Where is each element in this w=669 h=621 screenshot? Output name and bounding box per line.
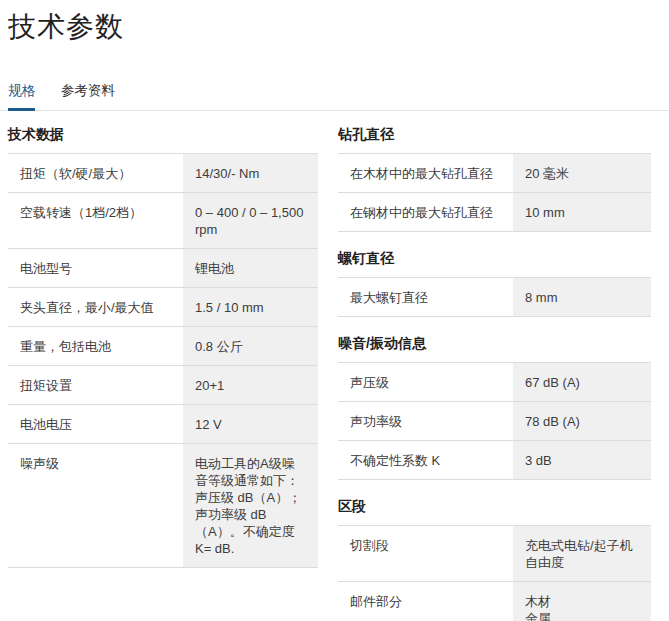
- spec-row: 噪声级电动工具的A级噪音等级通常如下： 声压级 dB（A）； 声功率级 dB（A…: [8, 444, 318, 568]
- page-title: 技术参数: [8, 8, 651, 46]
- tab-specifications[interactable]: 规格: [8, 80, 35, 111]
- spec-label: 不确定性系数 K: [338, 441, 513, 479]
- spec-table: 声压级67 dB (A)声功率级78 dB (A)不确定性系数 K3 dB: [338, 362, 651, 480]
- spec-row: 最大螺钉直径8 mm: [338, 278, 651, 317]
- tab-reference-materials[interactable]: 参考资料: [61, 80, 115, 111]
- spec-value: 12 V: [183, 405, 318, 443]
- spec-label: 扭矩设置: [8, 366, 183, 404]
- spec-column-left: 技术数据扭矩（软/硬/最大）14/30/- Nm空载转速（1档/2档）0 – 4…: [8, 126, 318, 621]
- section-title: 噪音/振动信息: [338, 335, 651, 353]
- spec-table: 最大螺钉直径8 mm: [338, 277, 651, 317]
- spec-row: 电池型号锂电池: [8, 249, 318, 288]
- spec-value: 电动工具的A级噪音等级通常如下： 声压级 dB（A）； 声功率级 dB（A）。不…: [183, 444, 318, 567]
- spec-value: 0 – 400 / 0 – 1,500 rpm: [183, 193, 318, 248]
- spec-row: 夹头直径，最小/最大值1.5 / 10 mm: [8, 288, 318, 327]
- spec-row: 在木材中的最大钻孔直径20 毫米: [338, 154, 651, 193]
- spec-label: 噪声级: [8, 444, 183, 567]
- spec-value: 67 dB (A): [513, 363, 651, 401]
- tab-bar: 规格 参考资料: [0, 80, 669, 111]
- spec-table: 切割段充电式电钻/起子机 自由度邮件部分木材 金属: [338, 525, 651, 621]
- spec-row: 电池电压12 V: [8, 405, 318, 444]
- section-title: 技术数据: [8, 126, 318, 144]
- spec-value: 木材 金属: [513, 582, 651, 621]
- section-title: 螺钉直径: [338, 250, 651, 268]
- spec-row: 邮件部分木材 金属: [338, 582, 651, 621]
- spec-row: 不确定性系数 K3 dB: [338, 441, 651, 480]
- spec-value: 78 dB (A): [513, 402, 651, 440]
- spec-label: 声功率级: [338, 402, 513, 440]
- spec-row: 切割段充电式电钻/起子机 自由度: [338, 526, 651, 582]
- spec-label: 扭矩（软/硬/最大）: [8, 154, 183, 192]
- spec-value: 14/30/- Nm: [183, 154, 318, 192]
- spec-page: 技术参数 规格 参考资料 技术数据扭矩（软/硬/最大）14/30/- Nm空载转…: [0, 0, 669, 621]
- spec-label: 切割段: [338, 526, 513, 581]
- spec-columns: 技术数据扭矩（软/硬/最大）14/30/- Nm空载转速（1档/2档）0 – 4…: [8, 126, 651, 621]
- spec-row: 空载转速（1档/2档）0 – 400 / 0 – 1,500 rpm: [8, 193, 318, 249]
- spec-row: 声压级67 dB (A): [338, 363, 651, 402]
- spec-row: 声功率级78 dB (A): [338, 402, 651, 441]
- spec-row: 在钢材中的最大钻孔直径10 mm: [338, 193, 651, 232]
- spec-value: 20+1: [183, 366, 318, 404]
- spec-label: 在钢材中的最大钻孔直径: [338, 193, 513, 231]
- spec-value: 1.5 / 10 mm: [183, 288, 318, 326]
- spec-column-right: 钻孔直径在木材中的最大钻孔直径20 毫米在钢材中的最大钻孔直径10 mm螺钉直径…: [338, 126, 651, 621]
- spec-value: 3 dB: [513, 441, 651, 479]
- spec-value: 10 mm: [513, 193, 651, 231]
- spec-label: 邮件部分: [338, 582, 513, 621]
- section-title: 区段: [338, 498, 651, 516]
- spec-value: 锂电池: [183, 249, 318, 287]
- spec-value: 8 mm: [513, 278, 651, 316]
- spec-value: 0.8 公斤: [183, 327, 318, 365]
- spec-label: 最大螺钉直径: [338, 278, 513, 316]
- spec-label: 声压级: [338, 363, 513, 401]
- spec-label: 电池型号: [8, 249, 183, 287]
- spec-value: 20 毫米: [513, 154, 651, 192]
- spec-table: 扭矩（软/硬/最大）14/30/- Nm空载转速（1档/2档）0 – 400 /…: [8, 153, 318, 568]
- spec-label: 电池电压: [8, 405, 183, 443]
- spec-label: 重量，包括电池: [8, 327, 183, 365]
- section-title: 钻孔直径: [338, 126, 651, 144]
- spec-label: 夹头直径，最小/最大值: [8, 288, 183, 326]
- spec-value: 充电式电钻/起子机 自由度: [513, 526, 651, 581]
- spec-label: 空载转速（1档/2档）: [8, 193, 183, 248]
- spec-row: 扭矩（软/硬/最大）14/30/- Nm: [8, 154, 318, 193]
- spec-table: 在木材中的最大钻孔直径20 毫米在钢材中的最大钻孔直径10 mm: [338, 153, 651, 232]
- spec-label: 在木材中的最大钻孔直径: [338, 154, 513, 192]
- spec-row: 重量，包括电池0.8 公斤: [8, 327, 318, 366]
- spec-row: 扭矩设置20+1: [8, 366, 318, 405]
